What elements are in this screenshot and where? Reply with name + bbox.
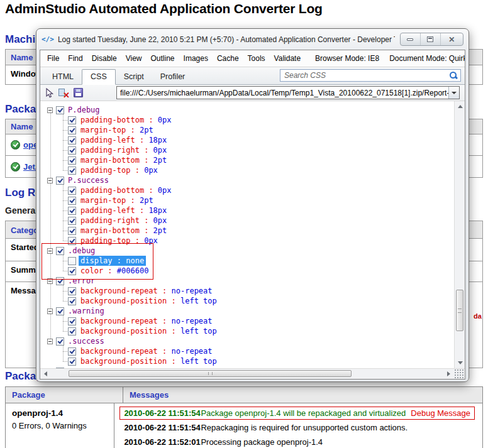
property-checkbox[interactable]	[68, 217, 76, 225]
rule-checkbox[interactable]	[56, 177, 64, 185]
css-rule-row[interactable]: P.debug	[40, 105, 454, 115]
css-property-row[interactable]: margin-bottom : 2pt	[40, 155, 454, 165]
vertical-scrollbar[interactable]	[454, 101, 465, 368]
scroll-up-button[interactable]	[455, 101, 465, 112]
search-input[interactable]	[280, 71, 449, 80]
tree-expander-icon[interactable]	[47, 248, 53, 254]
tab-html[interactable]: HTML	[44, 70, 82, 84]
property-checkbox[interactable]	[68, 347, 76, 356]
property-checkbox[interactable]	[68, 267, 76, 275]
window-titlebar[interactable]: </> Log started Tuesday, June 22, 2010 5…	[36, 29, 469, 50]
rule-checkbox[interactable]	[56, 106, 64, 114]
horizontal-scrollbar[interactable]	[40, 368, 465, 379]
css-property-row[interactable]: color : #006600	[40, 266, 454, 276]
css-property-row[interactable]: padding-top : 0px	[40, 165, 454, 175]
css-rule-row[interactable]: .success	[40, 336, 454, 346]
tab-profiler[interactable]: Profiler	[152, 70, 194, 84]
property-checkbox[interactable]	[68, 156, 76, 165]
select-element-button[interactable]	[45, 88, 54, 98]
css-rule-row[interactable]: .error	[40, 276, 454, 286]
general-label: General	[5, 205, 38, 216]
tree-expander-icon[interactable]	[47, 309, 53, 314]
tree-expander-icon[interactable]	[47, 339, 53, 344]
menu-item-disable[interactable]: Disable	[87, 54, 121, 63]
css-rule-group	[40, 366, 454, 368]
combobox-dropdown-button[interactable]	[448, 87, 459, 99]
property-checkbox[interactable]	[68, 187, 76, 195]
css-property-row[interactable]: margin-bottom : 2pt	[40, 226, 454, 236]
menu-item-validate[interactable]: Validate	[270, 54, 305, 63]
rule-checkbox[interactable]	[56, 337, 64, 346]
menu-item-file[interactable]: File	[43, 54, 64, 63]
tree-expander-icon[interactable]	[47, 178, 53, 183]
css-property-row[interactable]: padding-right : 0px	[40, 145, 454, 155]
menu-item-view[interactable]: View	[121, 54, 147, 63]
rule-checkbox[interactable]	[56, 277, 64, 285]
document-mode[interactable]: Document Mode: Quirks	[384, 54, 465, 63]
css-property-row[interactable]: background-repeat : no-repeat	[40, 316, 454, 326]
css-property-row[interactable]: padding-bottom : 0px	[40, 115, 454, 125]
maximize-button[interactable]	[420, 33, 440, 45]
minimize-button[interactable]	[401, 33, 420, 45]
css-property-row[interactable]: margin-top : 2pt	[40, 195, 454, 205]
property-checkbox[interactable]	[68, 358, 76, 366]
css-property-row[interactable]: padding-left : 18px	[40, 135, 454, 145]
tab-script[interactable]: Script	[116, 70, 152, 84]
vertical-scroll-thumb[interactable]	[456, 290, 463, 331]
css-property-row[interactable]: background-repeat : no-repeat	[40, 286, 454, 296]
css-rule-group: P.successpadding-bottom : 0pxmargin-top …	[40, 175, 454, 246]
scroll-left-button[interactable]	[40, 369, 51, 379]
property-checkbox[interactable]	[68, 227, 76, 235]
scroll-down-button[interactable]	[455, 358, 465, 368]
css-property-row[interactable]: padding-bottom : 0px	[40, 185, 454, 195]
css-property-row[interactable]: background-repeat : no-repeat	[40, 346, 454, 356]
menu-item-images[interactable]: Images	[179, 54, 213, 63]
property-checkbox[interactable]	[68, 167, 76, 175]
css-property-row[interactable]: background-position : left top	[40, 296, 454, 306]
css-rule-row[interactable]: .warning	[40, 306, 454, 316]
resize-grip[interactable]	[454, 369, 465, 379]
menu-item-cache[interactable]: Cache	[213, 54, 243, 63]
file-url-combobox[interactable]: file:///C:/Users/michaelurman/AppData/Lo…	[116, 86, 460, 99]
property-checkbox[interactable]	[68, 197, 76, 205]
property-checkbox[interactable]	[68, 126, 76, 134]
menu-item-outline[interactable]: Outline	[147, 54, 179, 63]
property-checkbox[interactable]	[68, 297, 76, 305]
property-checkbox[interactable]	[68, 146, 76, 155]
tab-css[interactable]: CSS	[82, 69, 116, 85]
css-property-row[interactable]: background-position : left top	[40, 356, 454, 366]
property-checkbox[interactable]	[68, 287, 76, 295]
save-button[interactable]	[74, 88, 83, 97]
property-checkbox[interactable]	[68, 327, 76, 336]
horizontal-scroll-track[interactable]	[51, 369, 443, 379]
css-property-row[interactable]: padding-right : 0px	[40, 216, 454, 226]
tree-expander-icon[interactable]	[47, 278, 53, 284]
rule-checkbox[interactable]	[56, 307, 64, 315]
close-button[interactable]: ✕	[440, 33, 463, 45]
property-checkbox[interactable]	[68, 257, 76, 265]
property-checkbox[interactable]	[68, 237, 76, 245]
css-rule-row[interactable]: .debug	[40, 246, 454, 256]
screen: AdminStudio Automated Application Conver…	[0, 0, 488, 448]
disable-css-button[interactable]	[58, 88, 69, 98]
property-checkbox[interactable]	[68, 116, 76, 124]
rule-checkbox[interactable]	[56, 368, 64, 369]
property-checkbox[interactable]	[68, 207, 76, 215]
menu-item-find[interactable]: Find	[64, 54, 87, 63]
css-property-row[interactable]: margin-top : 2pt	[40, 125, 454, 135]
browser-mode[interactable]: Browser Mode: IE8	[310, 54, 384, 63]
rule-checkbox[interactable]	[56, 247, 64, 255]
property-checkbox[interactable]	[68, 136, 76, 145]
menu-item-tools[interactable]: Tools	[243, 54, 270, 63]
search-icon[interactable]	[449, 71, 458, 80]
css-property-row[interactable]: display : none	[40, 256, 454, 266]
css-property-row[interactable]: padding-left : 18px	[40, 205, 454, 216]
css-property-row[interactable]: padding-top : 0px	[40, 236, 454, 246]
horizontal-scroll-thumb[interactable]	[69, 370, 352, 377]
css-rule-row[interactable]	[40, 366, 454, 368]
css-property-row[interactable]: background-position : left top	[40, 326, 454, 336]
scroll-right-button[interactable]	[443, 369, 454, 379]
css-rule-row[interactable]: P.success	[40, 175, 454, 185]
property-checkbox[interactable]	[68, 317, 76, 325]
tree-expander-icon[interactable]	[47, 107, 53, 113]
